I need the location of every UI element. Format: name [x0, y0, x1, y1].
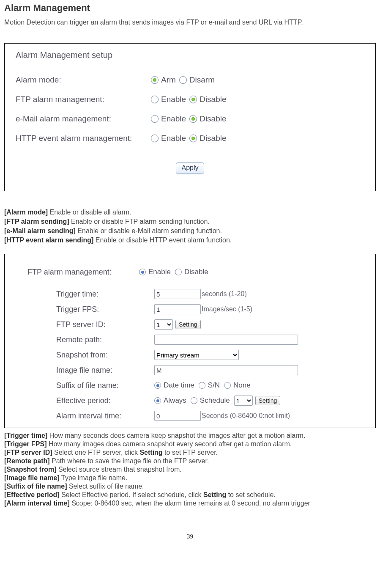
eff-setting-button[interactable]: Setting [255, 396, 281, 405]
suffix-none-text: None [233, 381, 251, 390]
enable-text: Enable [161, 134, 186, 143]
def-email-key: [e-Mail alarm sending] [4, 227, 76, 234]
def-sf-val: Select source stream that snapshot from. [57, 466, 182, 473]
ftp-enable-radio[interactable]: Enable [151, 95, 186, 104]
def-ifn-key: [Image file name] [4, 474, 60, 481]
eff-schedule-text: Schedule [200, 396, 230, 405]
radio-icon [151, 135, 159, 142]
disable-text: Disable [200, 114, 226, 124]
def-sid-key: [FTP server ID] [4, 449, 52, 456]
suffix-label: Suffix of file name: [27, 381, 154, 390]
apply-button[interactable]: Apply [176, 162, 204, 174]
enable-text: Enable [148, 268, 171, 276]
def-ai-key: [Alarm interval time] [4, 500, 70, 507]
remote-path-input[interactable] [154, 335, 298, 345]
ftp-server-id-label: FTP server ID: [27, 320, 154, 329]
arm-text: Arm [161, 75, 176, 85]
radio-icon [151, 96, 159, 103]
radio-icon [189, 96, 197, 103]
page-number: 39 [4, 533, 376, 540]
def-rp-key: [Remote path] [4, 457, 50, 464]
radio-icon [224, 382, 231, 389]
def-http-key: [HTTP event alarm sending] [4, 236, 93, 244]
definitions-block-1: [Alarm mode] Enable or disable all alarm… [4, 208, 376, 245]
def-email-val: Enable or disable e-Mail alarm sending f… [76, 227, 222, 234]
trigger-fps-note: Images/sec (1-5) [202, 305, 252, 313]
suffix-datetime-radio[interactable]: Date time [154, 381, 194, 390]
def-ai-val: Scope: 0-86400 sec, when the alarm time … [70, 500, 310, 507]
eff-schedule-select[interactable]: 1 [234, 396, 253, 406]
remote-path-label: Remote path: [27, 335, 154, 344]
screenshot-ftp-settings: FTP alarm management: Enable Disable Tri… [4, 254, 376, 428]
disable-text: Disable [200, 134, 226, 143]
trigger-fps-input[interactable] [154, 304, 201, 314]
radio-icon [151, 76, 159, 84]
alarm-mode-arm-radio[interactable]: Arm [151, 75, 176, 85]
def-ep-bold: Setting [203, 491, 226, 498]
email-enable-radio[interactable]: Enable [151, 114, 186, 124]
enable-text: Enable [161, 114, 186, 124]
alarm-mode-label: Alarm mode: [16, 75, 151, 85]
trigger-time-input[interactable] [154, 289, 201, 299]
radio-icon [154, 397, 161, 404]
def-ep-val1: Select Effective period. If select sched… [60, 491, 203, 498]
suffix-sn-radio[interactable]: S/N [199, 381, 220, 390]
radio-icon [154, 382, 161, 389]
def-sf-key: [Snapshot from] [4, 466, 57, 473]
radio-icon [199, 382, 205, 389]
ftp-server-id-select[interactable]: 1 [154, 319, 173, 330]
def-ep-val2: to set schedule. [226, 491, 276, 498]
def-ftp-val: Enable or disable FTP alarm sending func… [69, 218, 210, 225]
def-sid-bold: Setting [139, 449, 162, 456]
ftp-mgmt-label: FTP alarm management: [16, 95, 151, 104]
ftp-server-setting-button[interactable]: Setting [175, 320, 201, 329]
radio-icon [179, 76, 187, 84]
trigger-time-label: Trigger time: [27, 290, 154, 299]
radio-icon [175, 269, 182, 275]
image-file-name-input[interactable] [154, 365, 298, 375]
suffix-none-radio[interactable]: None [224, 381, 251, 390]
disarm-text: Disarm [189, 75, 215, 85]
radio-icon [189, 135, 197, 142]
email-mgmt-label: e-Mail alarm management: [16, 114, 151, 124]
ftp-mgmt-label: FTP alarm management: [27, 268, 139, 277]
snapshot-from-select[interactable]: Primary stream [154, 350, 239, 360]
http-disable-radio[interactable]: Disable [189, 134, 226, 143]
trigger-fps-label: Trigger FPS: [27, 305, 154, 314]
ftp-disable-radio[interactable]: Disable [175, 268, 208, 276]
eff-schedule-radio[interactable]: Schedule [191, 396, 230, 405]
disable-text: Disable [200, 95, 226, 104]
def-tf-val: How many images does camera snapshot eve… [46, 440, 292, 448]
def-rp-val: Path where to save the image file on the… [50, 457, 209, 464]
ftp-disable-radio[interactable]: Disable [189, 95, 226, 104]
suffix-datetime-text: Date time [164, 381, 194, 390]
radio-icon [189, 115, 197, 123]
effective-period-label: Effective period: [27, 396, 154, 405]
radio-icon [151, 115, 159, 123]
def-tt-val: How many seconds does camera keep snapsh… [47, 432, 305, 439]
alarm-interval-label: Alarm interval time: [27, 412, 154, 420]
snapshot-from-label: Snapshot from: [27, 351, 154, 360]
enable-text: Enable [161, 95, 186, 104]
radio-icon [191, 397, 197, 404]
definitions-block-2: [Trigger time] How many seconds does cam… [4, 431, 376, 508]
def-tf-key: [Trigger FPS] [4, 440, 46, 448]
http-mgmt-label: HTTP event alarm management: [16, 134, 151, 143]
def-tt-key: [Trigger time] [4, 432, 47, 439]
trigger-time-note: seconds (1-20) [202, 290, 247, 298]
ftp-enable-radio[interactable]: Enable [139, 268, 171, 276]
alarm-mode-disarm-radio[interactable]: Disarm [179, 75, 215, 85]
def-sid-val2: to set FTP server. [163, 449, 218, 456]
http-enable-radio[interactable]: Enable [151, 134, 186, 143]
def-ep-key: [Effective period] [4, 491, 60, 498]
alarm-interval-input[interactable] [154, 411, 201, 421]
alarm-interval-note: Seconds (0-86400 0:not limit) [202, 412, 290, 420]
eff-always-radio[interactable]: Always [154, 396, 186, 405]
def-http-val: Enable or disable HTTP event alarm funct… [93, 236, 232, 244]
email-disable-radio[interactable]: Disable [189, 114, 226, 124]
def-ftp-key: [FTP alarm sending] [4, 218, 69, 225]
screenshot-alarm-setup: Alarm Management setup Alarm mode: Arm D… [4, 43, 376, 191]
disable-text: Disable [184, 268, 208, 276]
image-file-name-label: Image file name: [27, 366, 154, 375]
def-alarm-mode-key: [Alarm mode] [4, 209, 48, 216]
